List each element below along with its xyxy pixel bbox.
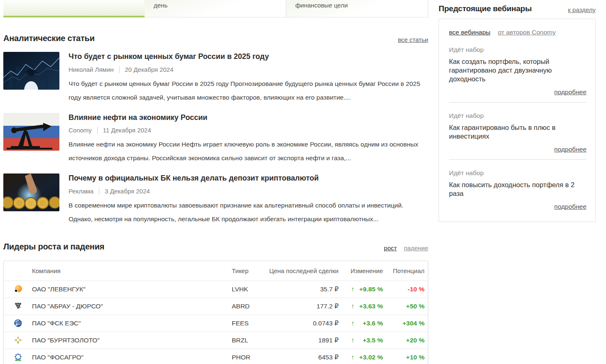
webinars-heading: Предстоящие вебинары	[439, 4, 532, 13]
article-title[interactable]: Почему в официальных БК нельзя делать де…	[69, 174, 428, 183]
webinars-sidebar: Предстоящие вебинары к разделу все вебин…	[439, 4, 596, 222]
webinar-item: Идёт набор Как гарантировано быть в плюс…	[449, 112, 586, 160]
webinar-status: Идёт набор	[449, 112, 586, 120]
meta-divider	[99, 188, 99, 195]
all-articles-link[interactable]: все статьи	[398, 36, 428, 43]
growth-link[interactable]: рост	[384, 244, 397, 252]
last-price: 1891 ₽	[269, 337, 339, 344]
article-meta: Николай Лямин 20 Декабря 2024	[69, 66, 428, 73]
article-meta: Реклама 3 Декабря 2024	[69, 188, 428, 195]
col-change: Изменение	[339, 267, 383, 274]
article-title[interactable]: Влияние нефти на экономику России	[69, 113, 428, 122]
tab-active[interactable]	[3, 0, 145, 17]
webinar-item: Идёт набор Как создать портфель, который…	[449, 46, 586, 103]
tab-day-label: день	[154, 2, 167, 9]
webinar-more-link[interactable]: подробнее	[449, 203, 586, 210]
last-price: 6453 ₽	[269, 354, 339, 361]
article-excerpt: Влияние нефти на экономику России Нефть …	[69, 137, 428, 165]
webinar-status: Идёт набор	[449, 46, 586, 54]
col-company: Компания	[32, 267, 232, 274]
col-ticker: Тикер	[232, 267, 269, 274]
to-section-link[interactable]: к разделу	[568, 6, 596, 13]
fall-link[interactable]: падение	[404, 244, 428, 252]
potential-value: +50 %	[383, 303, 428, 310]
col-potential: Потенциал	[383, 267, 428, 274]
last-price: 0.0743 ₽	[269, 320, 339, 327]
table-row[interactable]: ПАО "ФОСАГРО" PHOR 6453 ₽ ↑ +3.02 % +10 …	[4, 349, 428, 364]
up-arrow-icon: ↑	[351, 354, 354, 361]
table-header-row: Компания Тикер Цена последней сделки Изм…	[4, 261, 428, 281]
change-value: +3.5 %	[363, 337, 383, 344]
article-meta: Conomy 11 Декабря 2024	[69, 127, 428, 134]
article-thumbnail-crypto-coins[interactable]	[3, 173, 59, 211]
webinar-title: Как создать портфель, который гарантиров…	[449, 57, 586, 83]
article-title[interactable]: Что будет с рынком ценных бумаг России в…	[69, 52, 428, 61]
company-name: ПАО "ФОСАГРО"	[32, 354, 232, 361]
article-body: Что будет с рынком ценных бумаг России в…	[69, 52, 428, 104]
webinars-box: все вебинары от авторов Conomy Идёт набо…	[439, 19, 596, 222]
article-date: 11 Декабря 2024	[103, 127, 151, 134]
article-excerpt: В современном мире криптовалюты завоевыв…	[69, 198, 428, 226]
article-item: Влияние нефти на экономику России Conomy…	[3, 113, 428, 165]
ticker: ABRD	[232, 303, 269, 310]
up-arrow-icon: ↑	[351, 337, 354, 344]
by-conomy-authors-link[interactable]: от авторов Conomy	[498, 29, 556, 36]
tab-financial-goals-label: финансовые цели	[295, 2, 348, 9]
change-value: +3.6 %	[363, 320, 383, 327]
company-name: ПАО "БУРЯТЗОЛОТО"	[32, 337, 232, 344]
webinar-title: Как гарантировано быть в плюс в инвестиц…	[449, 123, 586, 141]
meta-divider	[119, 66, 120, 73]
change-value: +3.02 %	[359, 354, 383, 361]
up-arrow-icon: ↑	[351, 303, 354, 310]
webinar-filters: все вебинары от авторов Conomy	[449, 29, 586, 36]
last-price: 35.7 ₽	[269, 286, 339, 293]
table-row[interactable]: ОАО "ЛЕВЕНГУК" LVHK 35.7 ₽ ↑ +9.85 % -10…	[4, 281, 428, 298]
divider	[449, 102, 586, 103]
tab-financial-goals[interactable]: финансовые цели	[286, 0, 428, 17]
article-thumbnail-oil-pump[interactable]	[3, 113, 59, 151]
potential-value: -10 %	[383, 286, 428, 293]
article-date: 3 Декабря 2024	[105, 188, 150, 195]
article-author: Николай Лямин	[69, 66, 114, 73]
divider	[449, 159, 586, 160]
col-price: Цена последней сделки	[269, 267, 339, 274]
up-arrow-icon: ↑	[351, 320, 354, 327]
webinar-title: Как повысить доходность портфеля в 2 раз…	[449, 181, 586, 198]
potential-value: +20 %	[383, 337, 428, 344]
webinar-more-link[interactable]: подробнее	[449, 88, 586, 96]
articles-section-header: Аналитические статьи все статьи	[3, 34, 428, 43]
company-name: ОАО "ЛЕВЕНГУК"	[32, 286, 232, 293]
article-date: 20 Декабря 2024	[125, 66, 174, 73]
ticker: LVHK	[232, 286, 269, 293]
table-row[interactable]: ПАО "АБРАУ - ДЮРСО" ABRD 177.2 ₽ ↑ +3.63…	[4, 298, 428, 315]
webinar-more-link[interactable]: подробнее	[449, 146, 586, 153]
phosagro-logo-icon	[14, 353, 22, 362]
ticker: PHOR	[232, 354, 269, 361]
company-name: ПАО "ФСК ЕЭС"	[32, 320, 232, 327]
fsk-ees-logo-icon	[14, 319, 22, 327]
company-name: ПАО "АБРАУ - ДЮРСО"	[32, 303, 232, 310]
potential-value: +304 %	[383, 320, 428, 327]
article-author: Реклама	[69, 188, 93, 195]
webinar-item: Идёт набор Как повысить доходность портф…	[449, 169, 586, 210]
leaders-heading: Лидеры роста и падения	[3, 242, 104, 252]
table-row[interactable]: ПАО "БУРЯТЗОЛОТО" BRZL 1891 ₽ ↑ +3.5 % +…	[4, 332, 428, 349]
tab-day[interactable]: день	[145, 0, 286, 17]
leaders-table: Компания Тикер Цена последней сделки Изм…	[3, 261, 428, 364]
article-item: Почему в официальных БК нельзя делать де…	[3, 173, 428, 226]
up-arrow-icon: ↑	[351, 286, 354, 293]
change-value: +3.63 %	[359, 303, 383, 310]
article-body: Влияние нефти на экономику России Conomy…	[69, 113, 428, 165]
table-row[interactable]: ПАО "ФСК ЕЭС" FEES 0.0743 ₽ ↑ +3.6 % +30…	[4, 315, 428, 332]
ticker: FEES	[232, 320, 269, 327]
main-column: день финансовые цели Аналитические стать…	[3, 0, 428, 364]
article-excerpt: Что будет с рынком ценных бумаг России в…	[69, 77, 428, 104]
abrau-durso-logo-icon	[14, 302, 22, 310]
webinars-header: Предстоящие вебинары к разделу	[439, 4, 596, 13]
change-value: +9.85 %	[359, 286, 383, 293]
article-item: Что будет с рынком ценных бумаг России в…	[3, 52, 428, 104]
potential-value: +10 %	[383, 354, 428, 361]
all-webinars-link[interactable]: все вебинары	[449, 29, 491, 36]
article-thumbnail-stock-market[interactable]	[3, 52, 59, 90]
last-price: 177.2 ₽	[269, 303, 339, 310]
